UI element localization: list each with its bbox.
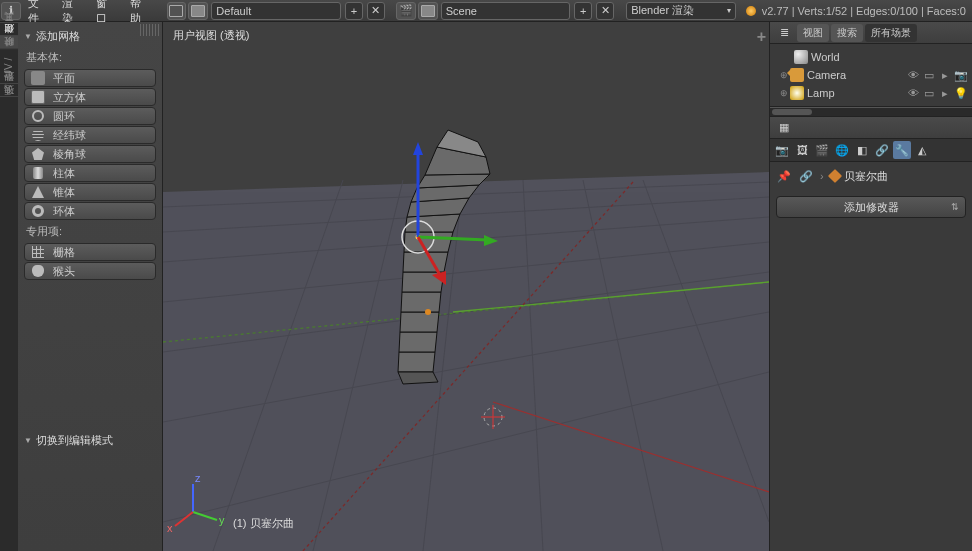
tab-constraints[interactable]: 🔗 [873,141,891,159]
svg-point-45 [425,309,431,315]
restrict-render-icon[interactable]: ▸ [938,86,952,100]
render-engine-dropdown[interactable]: Blender 渲染▾ [626,2,736,20]
restrict-select-icon[interactable]: ▭ [922,68,936,82]
axis-y-label: y [219,514,225,526]
torus-icon [31,204,45,218]
outliner-editor-icon[interactable]: ≣ [773,24,795,42]
svg-marker-25 [403,252,448,272]
3d-viewport[interactable]: 用户视图 (透视) + [163,22,769,551]
properties-context-tabs: 📷 🖼 🎬 🌐 ◧ 🔗 🔧 ◭ [770,139,972,162]
outliner-lamp-label: Lamp [807,87,835,99]
add-icosphere-button[interactable]: 棱角球 [24,145,156,163]
vtab-options[interactable]: 选项 [0,96,18,109]
cone-icon [31,185,45,199]
add-uvsphere-button[interactable]: 经纬球 [24,126,156,144]
camera-data-icon[interactable]: 📷 [954,68,968,82]
svg-marker-23 [401,292,441,312]
properties-editor-icon[interactable]: ▦ [773,119,795,137]
scene-add-button[interactable]: + [574,2,592,20]
grid-icon [31,245,45,259]
layout-remove-button[interactable]: ✕ [367,2,385,20]
main-header: ℹ 文件 渲染 窗口 帮助 Default + ✕ 🎬 Scene + ✕ Bl… [0,0,972,22]
add-plane-button[interactable]: 平面 [24,69,156,87]
restrict-render-icon[interactable]: ▸ [938,68,952,82]
add-torus-button[interactable]: 环体 [24,202,156,220]
blender-logo-icon [746,6,756,16]
tab-modifiers[interactable]: 🔧 [893,141,911,159]
outliner-row-camera[interactable]: ⊕ Camera 👁▭▸📷 [774,66,968,84]
panel-grip-icon[interactable] [140,24,160,36]
svg-marker-33 [398,372,438,384]
add-uvsphere-label: 经纬球 [53,128,86,143]
restrict-view-icon[interactable]: 👁 [906,86,920,100]
vtab-tools[interactable]: 工具 [0,22,18,35]
scene-browse-icon[interactable] [418,2,438,20]
scene-remove-button[interactable]: ✕ [596,2,614,20]
outliner-row-lamp[interactable]: ⊕ Lamp 👁▭▸💡 [774,84,968,102]
screen-browse-icon[interactable] [188,2,208,20]
outliner-world-label: World [811,51,840,63]
primitives-label: 基本体: [24,47,156,68]
info-icon[interactable]: ℹ [1,2,21,20]
outliner-camera-label: Camera [807,69,846,81]
cube-icon [31,90,45,104]
add-modifier-dropdown[interactable]: 添加修改器 [776,196,966,218]
layout-name-field[interactable]: Default [211,2,341,20]
tab-object[interactable]: ◧ [853,141,871,159]
right-panel: ≣ 视图 搜索 所有场景 World ⊕ Camera 👁▭▸📷 ⊕ Lamp … [769,22,972,551]
tab-world[interactable]: 🌐 [833,141,851,159]
add-grid-button[interactable]: 栅格 [24,243,156,261]
vtab-create[interactable]: 创建 [0,35,18,48]
add-cylinder-label: 柱体 [53,166,75,181]
properties-header: ▦ [770,117,972,139]
context-path-icon: 🔗 [798,168,814,184]
cylinder-icon [31,166,45,180]
outliner-header: ≣ 视图 搜索 所有场景 [770,22,972,44]
add-monkey-button[interactable]: 猴头 [24,262,156,280]
tab-render-layers[interactable]: 🖼 [793,141,811,159]
object-icon [828,169,842,183]
outliner-tab-search[interactable]: 搜索 [831,24,863,42]
icosphere-icon [31,147,45,161]
add-plane-label: 平面 [53,71,75,86]
restrict-select-icon[interactable]: ▭ [922,86,936,100]
scene-name-text: Scene [446,5,477,17]
viewport-properties-toggle[interactable]: + [757,28,766,46]
outliner-tree[interactable]: World ⊕ Camera 👁▭▸📷 ⊕ Lamp 👁▭▸💡 [770,44,972,107]
lamp-data-icon[interactable]: 💡 [954,86,968,100]
add-cylinder-button[interactable]: 柱体 [24,164,156,182]
tab-render[interactable]: 📷 [773,141,791,159]
viewport-title: 用户视图 (透视) [173,28,249,43]
active-object-label: (1) 贝塞尔曲 [233,516,294,531]
outliner-row-world[interactable]: World [774,48,968,66]
axis-x-label: x [167,522,173,534]
add-circle-button[interactable]: 圆环 [24,107,156,125]
screen-layout-icon[interactable] [167,2,187,20]
vtab-shading[interactable]: 造型 [0,83,18,96]
scene-type-icon[interactable]: 🎬 [396,2,416,20]
tool-shelf-tabs: 工具 创建 UV / 映射 造型 选项 [0,22,18,551]
add-monkey-label: 猴头 [53,264,75,279]
camera-icon [790,68,804,82]
layout-add-button[interactable]: + [345,2,363,20]
axis-z-label: z [195,472,201,484]
add-cone-button[interactable]: 锥体 [24,183,156,201]
breadcrumb-object[interactable]: 贝塞尔曲 [844,169,888,184]
outliner-tab-all[interactable]: 所有场景 [865,24,917,42]
add-mesh-header[interactable]: 添加网格 [24,26,156,47]
add-cube-button[interactable]: 立方体 [24,88,156,106]
restrict-view-icon[interactable]: 👁 [906,68,920,82]
edit-mode-header[interactable]: 切换到编辑模式 [24,430,156,451]
tab-scene[interactable]: 🎬 [813,141,831,159]
lamp-icon [790,86,804,100]
expand-icon[interactable]: ⊕ [780,88,788,98]
vtab-uv[interactable]: UV / 映射 [0,48,18,83]
outliner-scrollbar[interactable] [770,107,972,117]
pin-icon[interactable]: 📌 [776,168,792,184]
world-icon [794,50,808,64]
outliner-tab-view[interactable]: 视图 [797,24,829,42]
scene-name-field[interactable]: Scene [441,2,571,20]
specials-label: 专用项: [24,221,156,242]
tab-data[interactable]: ◭ [913,141,931,159]
svg-marker-21 [399,332,437,352]
